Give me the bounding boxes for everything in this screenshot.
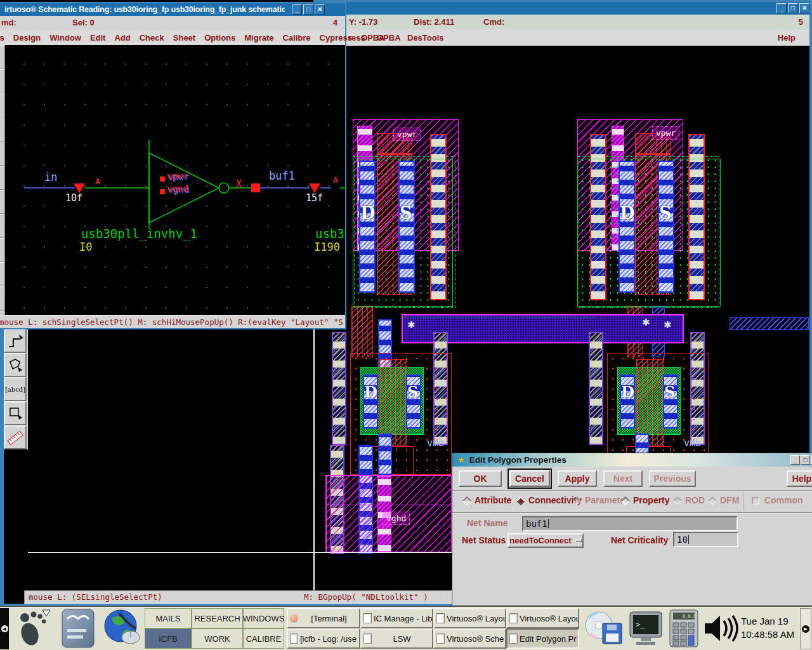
rectangle-tool-icon[interactable] [4,401,27,425]
workspace-research[interactable]: RESEARCH [192,608,243,628]
document-icon [363,613,372,623]
text-cursor [688,535,689,544]
schematic-titlebar[interactable]: irtuoso® Schematic Reading: usb30ioring_… [0,3,345,16]
layout-rail-col [589,332,603,445]
radio-connectivity-icon[interactable] [516,496,525,505]
menu-destools[interactable]: DesTools [407,33,444,43]
svg-text:>_: >_ [636,620,645,629]
close-icon[interactable]: ✕ [315,4,325,15]
radio-attribute-label[interactable]: Attribute [475,495,511,505]
menu-tools[interactable]: ls [0,33,4,43]
workspace-work[interactable]: WORK [192,628,243,649]
cell-name-right: usb3 [315,227,344,241]
cap-label-15f: 15f [306,192,323,204]
taskbar-window-lsw[interactable]: LSW [360,628,433,649]
workspace-switcher: MAILS RESEARCH WINDOWS ICFB WORK CALIBRE [145,608,284,649]
dialog-titlebar[interactable]: ★ Edit Polygon Properties _ □ ✕ [452,453,812,467]
label-tool-text: [abcd] [5,386,25,393]
net-criticality-value: 10 [677,534,688,545]
via-marker-icon: ✱ [664,319,672,331]
net-name-value: buf1 [526,519,547,529]
clock-date: Tue Jan 19 [741,614,799,628]
menu-add[interactable]: Add [114,33,130,43]
menu-edit[interactable]: Edit [90,33,106,43]
net-name-input[interactable]: buf1 [522,516,738,531]
maximize-icon[interactable]: □ [788,3,798,13]
document-icon [509,613,518,623]
taskbar-window-terminal[interactable]: [Terminal] [287,608,360,628]
schematic-canvas[interactable]: in 10f A vpwr vgnd X buf1 15f A usb30pll… [5,45,345,315]
clock: Tue Jan 19 10:48:58 AM [741,614,799,641]
workspace-calibre[interactable]: CALIBRE [243,628,284,649]
text-cursor [548,519,549,528]
pin-a-left: A [95,176,100,186]
taskbar-window-virtuoso-schematic[interactable]: Virtuoso® Sche [433,628,506,649]
via-marker-icon: ✱ [642,317,650,328]
workspace-windows[interactable]: WINDOWS [243,608,284,628]
workspace-mails[interactable]: MAILS [145,608,192,628]
menu-help[interactable]: Help [778,33,796,43]
menu-options[interactable]: Options [204,33,235,43]
label-tool-icon[interactable]: [abcd] [4,377,27,401]
ok-button[interactable]: OK [459,470,502,487]
layout-titlebar[interactable]: _ □ ✕ [313,2,812,15]
cd-writer-launcher[interactable] [584,608,625,649]
taskbar-window-icmanage[interactable]: IC Manage - Lib [360,608,433,628]
path-tool-icon[interactable] [4,329,27,353]
menu-calibre[interactable]: Calibre [283,33,311,43]
menu-check[interactable]: Check [140,33,164,43]
instance-name-left: I0 [79,241,92,253]
net-status-dropdown[interactable]: needToConnect [508,533,584,548]
edit-polygon-properties-dialog: ★ Edit Polygon Properties _ □ ✕ OK Cance… [452,453,812,606]
minimize-icon[interactable]: _ [776,3,787,13]
lower-canvas[interactable] [4,452,28,590]
gnome-foot-icon [18,612,46,648]
workspace-icfb[interactable]: ICFB [145,628,192,649]
maximize-icon[interactable]: □ [303,4,313,15]
calculator-launcher[interactable]: 8.8.8 [665,609,702,647]
radio-rod-label: ROD [685,495,705,505]
dialog-separator [452,512,812,514]
vpwr-pin-label: vpwr [167,171,188,181]
help-button[interactable]: Help [787,470,812,487]
net-name-label: Net Name [467,518,508,528]
lower-toolbar: [abcd] [4,329,28,449]
ruler-tool-icon[interactable] [4,425,27,449]
schematic-left-toolbar[interactable] [0,45,5,315]
polygon-tool-icon[interactable] [4,353,27,377]
maximize-icon[interactable]: □ [801,455,810,465]
window-number: 5 [799,17,803,27]
panel-hide-right-button[interactable]: ▶ [800,608,811,649]
schematic-menubar: ls Design Window Edit Add Check Sheet Op… [0,30,345,45]
radio-attribute-icon[interactable] [462,496,471,505]
panel-hide-left-button[interactable]: ◀ [0,608,9,649]
volume-control[interactable] [703,611,740,646]
menu-cypress[interactable]: Cypress [320,33,352,43]
terminal-launcher[interactable]: >_ [628,609,664,647]
radio-rod-icon [673,496,682,505]
taskbar-window-edit-polygon[interactable]: Edit Polygon Pr [506,628,579,649]
menu-sheet[interactable]: Sheet [173,33,195,43]
cancel-button[interactable]: Cancel [509,470,550,487]
solder-square [251,183,260,192]
taskbar-window-virtuoso-layout-1[interactable]: Virtuoso® Layou [433,608,506,628]
lower-canvas[interactable] [28,329,315,590]
menu-opba[interactable]: OPBA [361,33,385,43]
layout-guard-ring [353,159,453,307]
minimize-icon[interactable]: _ [790,455,800,465]
taskbar-window-virtuoso-layout-2[interactable]: Virtuoso® Layou [506,608,579,628]
apply-button[interactable]: Apply [558,470,597,487]
taskbar-window-icfb-log[interactable]: [icfb - Log: /use [287,628,360,649]
menu-window[interactable]: Window [49,33,81,43]
gnome-menu-button[interactable] [11,607,54,649]
browser-launcher-button[interactable] [100,608,145,649]
radio-property-label[interactable]: Property [633,495,670,505]
net-criticality-input[interactable]: 10 [673,532,738,547]
menu-migrate[interactable]: Migrate [244,33,273,43]
option-menu-dash-icon [575,539,582,542]
office-launcher-button[interactable] [57,607,99,649]
close-icon[interactable]: ✕ [799,3,809,13]
instance-name-right: I190 [314,241,340,253]
minimize-icon[interactable]: _ [292,4,302,15]
menu-design[interactable]: Design [13,33,41,43]
